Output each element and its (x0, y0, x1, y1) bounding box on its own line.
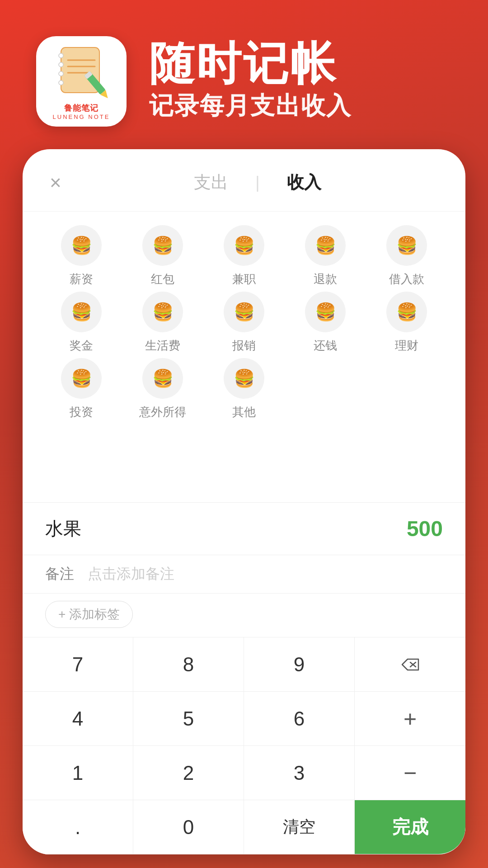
amount-value: 500 (407, 516, 443, 541)
key-done[interactable]: 完成 (355, 800, 465, 854)
app-tagline: 随时记帐 (149, 41, 352, 86)
note-row[interactable]: 备注 点击添加备注 (23, 555, 465, 593)
app-subtitle: 记录每月支出收入 (149, 90, 352, 123)
category-grid: 🍔 薪资 🍔 红包 🍔 兼职 🍔 退款 🍔 借入款 🍔 奖金 🍔 生活费 (23, 212, 465, 429)
app-icon: 鲁能笔记 LUNENG NOTE (36, 36, 127, 127)
category-investment[interactable]: 🍔 投资 (41, 358, 122, 420)
key-2[interactable]: 2 (133, 746, 244, 800)
amount-row: 水果 500 (23, 502, 465, 555)
key-6[interactable]: 6 (244, 692, 355, 746)
key-1[interactable]: 1 (23, 746, 133, 800)
key-0[interactable]: 0 (133, 800, 244, 854)
phone-card: × 支出 | 收入 🍔 薪资 🍔 红包 🍔 兼职 🍔 退款 🍔 借入款 (23, 149, 465, 854)
note-placeholder: 点击添加备注 (88, 564, 174, 584)
svg-point-1 (59, 53, 63, 58)
svg-point-4 (59, 80, 63, 85)
category-refund[interactable]: 🍔 退款 (285, 225, 366, 287)
app-name-en: LUNENG NOTE (53, 113, 110, 120)
add-tag-button[interactable]: + 添加标签 (45, 601, 133, 628)
key-9[interactable]: 9 (244, 637, 355, 692)
category-reimbursement[interactable]: 🍔 报销 (203, 292, 285, 354)
header-text-block: 随时记帐 记录每月支出收入 (149, 41, 352, 123)
category-investment-mgmt[interactable]: 🍔 理财 (366, 292, 447, 354)
note-prefix: 备注 (45, 564, 74, 584)
category-borrow[interactable]: 🍔 借入款 (366, 225, 447, 287)
key-backspace[interactable] (355, 637, 465, 692)
key-dot[interactable]: . (23, 800, 133, 854)
tabs-container: 支出 | 收入 (77, 167, 438, 198)
key-clear[interactable]: 清空 (244, 800, 355, 854)
key-minus[interactable]: − (355, 746, 465, 800)
key-5[interactable]: 5 (133, 692, 244, 746)
tab-income[interactable]: 收入 (278, 167, 330, 198)
key-8[interactable]: 8 (133, 637, 244, 692)
app-name-cn: 鲁能笔记 (64, 103, 99, 113)
svg-point-3 (59, 71, 63, 76)
tag-row: + 添加标签 (23, 593, 465, 637)
spacer (23, 429, 465, 502)
category-bonus[interactable]: 🍔 奖金 (41, 292, 122, 354)
category-windfall[interactable]: 🍔 意外所得 (122, 358, 203, 420)
key-7[interactable]: 7 (23, 637, 133, 692)
key-4[interactable]: 4 (23, 692, 133, 746)
category-living[interactable]: 🍔 生活费 (122, 292, 203, 354)
key-plus[interactable]: + (355, 692, 465, 746)
tab-divider: | (255, 173, 259, 192)
tab-expense[interactable]: 支出 (185, 167, 237, 198)
tab-bar: × 支出 | 收入 (23, 149, 465, 212)
category-salary[interactable]: 🍔 薪资 (41, 225, 122, 287)
keypad: 7 8 9 4 5 6 + 1 2 3 − . 0 清空 完成 (23, 637, 465, 854)
category-redpacket[interactable]: 🍔 红包 (122, 225, 203, 287)
amount-label: 水果 (45, 516, 81, 541)
category-payback[interactable]: 🍔 还钱 (285, 292, 366, 354)
close-button[interactable]: × (50, 171, 77, 194)
key-3[interactable]: 3 (244, 746, 355, 800)
category-other[interactable]: 🍔 其他 (203, 358, 285, 420)
category-parttime[interactable]: 🍔 兼职 (203, 225, 285, 287)
svg-point-2 (59, 62, 63, 67)
app-header: 鲁能笔记 LUNENG NOTE 随时记帐 记录每月支出收入 (0, 0, 488, 154)
